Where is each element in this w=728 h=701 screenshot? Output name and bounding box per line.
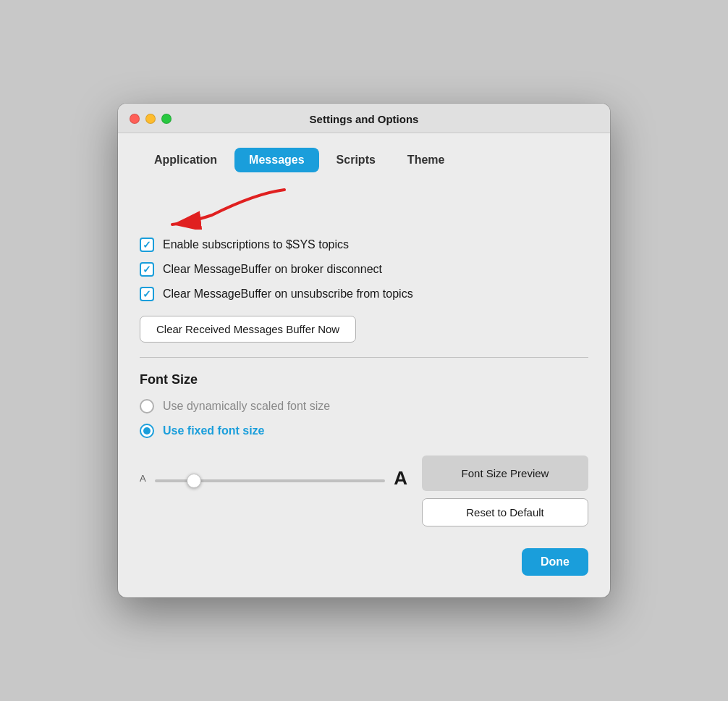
checkboxes-section: Enable subscriptions to $SYS topics Clea… <box>140 238 588 301</box>
tab-theme[interactable]: Theme <box>393 148 460 172</box>
font-size-title: Font Size <box>140 372 588 387</box>
font-small-label: A <box>140 473 146 484</box>
font-size-section: Font Size Use dynamically scaled font si… <box>140 372 588 526</box>
bottom-row: A A Font Size Preview Reset to Default <box>140 456 588 526</box>
radio-row-fixed: Use fixed font size <box>140 424 588 438</box>
close-button[interactable] <box>130 114 140 124</box>
tab-bar: Application Messages Scripts Theme <box>140 148 588 172</box>
content-area: Application Messages Scripts Theme Enabl… <box>118 133 610 597</box>
done-row: Done <box>140 548 588 576</box>
minimize-button[interactable] <box>145 114 156 124</box>
font-large-label: A <box>394 467 407 490</box>
checkbox-label-unsubscribe: Clear MessageBuffer on unsubscribe from … <box>163 287 413 301</box>
maximize-button[interactable] <box>161 114 172 124</box>
radio-dynamic[interactable] <box>140 399 154 414</box>
tab-scripts[interactable]: Scripts <box>322 148 390 172</box>
checkbox-row-broker-disconnect: Clear MessageBuffer on broker disconnect <box>140 262 588 277</box>
traffic-lights <box>130 114 172 124</box>
titlebar: Settings and Options <box>118 104 610 133</box>
settings-window: Settings and Options Application Message… <box>118 104 610 597</box>
checkbox-broker-disconnect[interactable] <box>140 262 154 277</box>
arrow-annotation <box>140 190 588 233</box>
checkbox-label-sys-topics: Enable subscriptions to $SYS topics <box>163 238 349 251</box>
slider-container <box>155 472 386 485</box>
checkbox-sys-topics[interactable] <box>140 238 154 252</box>
checkbox-row-unsubscribe: Clear MessageBuffer on unsubscribe from … <box>140 287 588 301</box>
checkbox-row-sys-topics: Enable subscriptions to $SYS topics <box>140 238 588 252</box>
radio-group: Use dynamically scaled font size Use fix… <box>140 399 588 438</box>
done-button[interactable]: Done <box>522 548 588 576</box>
clear-buffer-button[interactable]: Clear Received Messages Buffer Now <box>140 316 356 343</box>
window-title: Settings and Options <box>310 113 419 125</box>
slider-area: A A <box>140 456 407 490</box>
radio-fixed[interactable] <box>140 424 154 438</box>
tab-messages[interactable]: Messages <box>234 148 319 172</box>
font-size-slider[interactable] <box>155 479 386 482</box>
radio-label-fixed: Use fixed font size <box>163 424 264 437</box>
radio-row-dynamic: Use dynamically scaled font size <box>140 399 588 414</box>
radio-label-dynamic: Use dynamically scaled font size <box>163 400 330 413</box>
checkbox-unsubscribe[interactable] <box>140 287 154 301</box>
font-preview-box: Font Size Preview <box>422 456 588 491</box>
divider <box>140 357 588 358</box>
preview-reset-col: Font Size Preview Reset to Default <box>422 456 588 526</box>
checkbox-label-broker-disconnect: Clear MessageBuffer on broker disconnect <box>163 263 382 276</box>
arrow-icon <box>140 182 299 230</box>
reset-button[interactable]: Reset to Default <box>422 498 588 526</box>
tab-application[interactable]: Application <box>140 148 232 172</box>
